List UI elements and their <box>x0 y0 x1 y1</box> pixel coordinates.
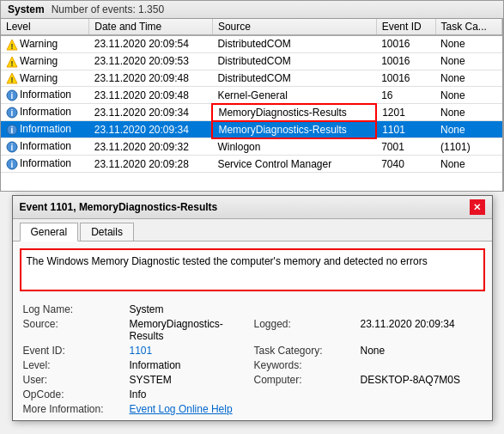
table-row[interactable]: !Warning23.11.2020 20:09:53DistributedCO… <box>1 52 502 70</box>
cell-task: None <box>435 35 501 52</box>
svg-text:i: i <box>11 125 14 135</box>
svg-text:i: i <box>11 160 14 169</box>
cell-task: None <box>435 156 501 173</box>
col-level[interactable]: Level <box>1 19 89 35</box>
col-task[interactable]: Task Ca... <box>435 19 501 35</box>
col-source[interactable]: Source <box>212 19 376 35</box>
cell-source: DistributedCOM <box>212 35 376 52</box>
table-row[interactable]: !Warning23.11.2020 20:09:54DistributedCO… <box>1 35 502 52</box>
task-category-value: None <box>361 345 482 357</box>
properties-area: Log Name: System Source: MemoryDiagnosti… <box>13 298 492 420</box>
info-icon: i <box>6 140 20 152</box>
event-message-area: The Windows Memory Diagnostic tested the… <box>20 248 485 291</box>
cell-task: None <box>435 104 501 121</box>
cell-level: iInformation <box>1 104 89 121</box>
level-text: Information <box>20 123 71 135</box>
logged-label: Logged: <box>254 318 357 342</box>
close-button[interactable]: ✕ <box>470 199 485 215</box>
table-header-row: Level Date and Time Source Event ID Task… <box>1 19 502 35</box>
tab-general[interactable]: General <box>20 223 79 241</box>
table-row[interactable]: !Warning23.11.2020 20:09:48DistributedCO… <box>1 70 502 87</box>
cell-datetime: 23.11.2020 20:09:53 <box>89 52 213 70</box>
info-icon: i <box>6 89 20 101</box>
cell-task: (1101) <box>435 138 501 156</box>
cell-source: Kernel-General <box>212 87 376 104</box>
level-text: Information <box>20 89 71 101</box>
event-id-label: Event ID: <box>23 345 126 357</box>
svg-text:!: ! <box>11 42 14 51</box>
source-label: Source: <box>23 318 126 342</box>
cell-datetime: 23.11.2020 20:09:48 <box>89 70 213 87</box>
log-name-value: System <box>130 303 251 315</box>
empty-value-1 <box>361 303 482 315</box>
cell-datetime: 23.11.2020 20:09:48 <box>89 87 213 104</box>
level-label: Level: <box>23 359 126 371</box>
warning-icon: ! <box>6 55 20 67</box>
cell-level: iInformation <box>1 138 89 156</box>
warning-icon: ! <box>6 72 20 84</box>
cell-task: None <box>435 87 501 104</box>
table-row[interactable]: iInformation23.11.2020 20:09:28Service C… <box>1 156 502 173</box>
svg-text:i: i <box>11 143 14 152</box>
event-log-window: System Number of events: 1.350 Level Dat… <box>0 0 504 192</box>
cell-level: iInformation <box>1 121 89 138</box>
level-text: Warning <box>20 72 58 84</box>
empty-value-2 <box>361 388 482 400</box>
cell-task: None <box>435 121 501 138</box>
col-datetime[interactable]: Date and Time <box>89 19 213 35</box>
computer-value: DESKTOP-8AQ7M0S <box>361 374 482 386</box>
prop-grid: Log Name: System Source: MemoryDiagnosti… <box>23 303 482 415</box>
cell-datetime: 23.11.2020 20:09:34 <box>89 104 213 121</box>
cell-eventid: 1101 <box>376 121 435 138</box>
dialog-titlebar: Event 1101, MemoryDiagnostics-Results ✕ <box>13 196 492 219</box>
table-row[interactable]: iInformation23.11.2020 20:09:48Kernel-Ge… <box>1 87 502 104</box>
level-text: Information <box>20 140 71 152</box>
svg-text:!: ! <box>11 59 14 68</box>
more-info-link[interactable]: Event Log Online Help <box>130 403 251 415</box>
empty-label-1 <box>254 303 357 315</box>
table-row[interactable]: iInformation23.11.2020 20:09:34MemoryDia… <box>1 121 502 138</box>
opcode-label: OpCode: <box>23 388 126 400</box>
cell-level: iInformation <box>1 156 89 173</box>
cell-source: DistributedCOM <box>212 52 376 70</box>
task-category-label: Task Category: <box>254 345 357 357</box>
cell-eventid: 7001 <box>376 138 435 156</box>
empty-label-2 <box>254 388 357 400</box>
cell-level: iInformation <box>1 87 89 104</box>
user-value: SYSTEM <box>130 374 251 386</box>
cell-level: !Warning <box>1 35 89 52</box>
cell-source: Winlogon <box>212 138 376 156</box>
user-label: User: <box>23 374 126 386</box>
keywords-value <box>361 359 482 371</box>
cell-datetime: 23.11.2020 20:09:34 <box>89 121 213 138</box>
table-row[interactable]: iInformation23.11.2020 20:09:34MemoryDia… <box>1 104 502 121</box>
more-info-label: More Information: <box>23 403 126 415</box>
tab-details[interactable]: Details <box>80 223 134 241</box>
event-id-value: 1101 <box>130 345 251 357</box>
cell-task: None <box>435 52 501 70</box>
table-row[interactable]: iInformation23.11.2020 20:09:32Winlogon7… <box>1 138 502 156</box>
titlebar: System Number of events: 1.350 <box>1 1 503 19</box>
cell-datetime: 23.11.2020 20:09:54 <box>89 35 213 52</box>
event-detail-dialog: Event 1101, MemoryDiagnostics-Results ✕ … <box>12 195 493 421</box>
warning-icon: ! <box>6 38 20 50</box>
event-table-container[interactable]: Level Date and Time Source Event ID Task… <box>1 19 503 191</box>
info-icon: i <box>6 106 20 118</box>
computer-label: Computer: <box>254 374 357 386</box>
cell-eventid: 10016 <box>376 35 435 52</box>
svg-text:i: i <box>11 108 14 118</box>
event-table: Level Date and Time Source Event ID Task… <box>1 19 502 173</box>
app-title: System <box>8 3 45 15</box>
level-text: Information <box>20 157 71 169</box>
cell-eventid: 1201 <box>376 104 435 121</box>
opcode-value: Info <box>130 388 251 400</box>
col-eventid[interactable]: Event ID <box>376 19 435 35</box>
event-count: Number of events: 1.350 <box>52 3 164 15</box>
svg-text:!: ! <box>11 76 14 84</box>
cell-source: Service Control Manager <box>212 156 376 173</box>
cell-source: MemoryDiagnostics-Results <box>212 121 376 138</box>
svg-text:i: i <box>11 91 14 101</box>
info-icon: i <box>6 157 20 169</box>
info-icon: i <box>6 123 20 135</box>
source-value: MemoryDiagnostics-Results <box>130 318 251 342</box>
